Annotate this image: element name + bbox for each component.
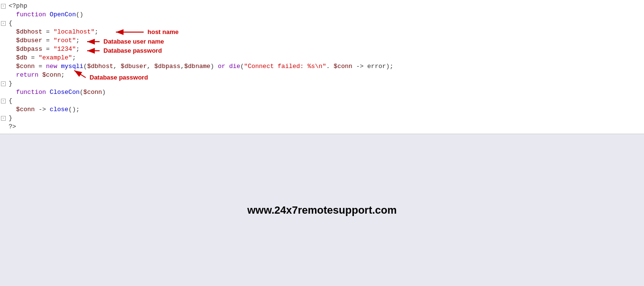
- line-gutter: -: [0, 81, 9, 86]
- code-token-plain: (: [79, 89, 83, 96]
- code-token-plain: =: [42, 28, 53, 35]
- watermark-text: www.24x7remotesupport.com: [247, 204, 396, 217]
- code-token-plain: }: [9, 114, 12, 122]
- code-token-plain: {: [9, 97, 12, 104]
- code-token-var: $conn: [42, 71, 61, 79]
- code-token-var: $conn: [83, 89, 102, 96]
- code-line: $dbuser = "root";: [0, 36, 644, 45]
- code-token-php-tag: ?>: [9, 123, 16, 130]
- code-token-var: $dbpass: [16, 46, 43, 53]
- code-token-kw: function: [16, 89, 46, 96]
- code-token-plain: {: [9, 20, 12, 27]
- code-line: -}: [0, 80, 644, 88]
- code-line: $db = "example";: [0, 54, 644, 62]
- code-token-kw-or: or: [218, 63, 226, 70]
- code-token-var: $db: [16, 54, 27, 61]
- code-token-var: $dbuser: [16, 37, 43, 44]
- code-line: $conn = new mysqli($dbhost, $dbuser, $db…: [0, 62, 644, 71]
- line-content: $db = "example";: [9, 54, 644, 62]
- line-content: }: [9, 80, 644, 88]
- code-token-str-dq: "example": [38, 54, 72, 61]
- code-token-var: $dbhost: [16, 28, 43, 35]
- line-content: $dbhost = "localhost";: [9, 28, 644, 36]
- code-token-plain: ): [210, 63, 218, 70]
- code-line: function CloseCon($conn): [0, 88, 644, 97]
- code-token-plain: (: [83, 63, 87, 70]
- code-token-plain: ();: [68, 106, 79, 113]
- code-token-kw-new: new: [46, 63, 57, 70]
- code-line: $conn -> close();: [0, 105, 644, 114]
- code-token-fn-name: CloseCon: [50, 89, 79, 96]
- code-token-plain: ;: [76, 37, 79, 44]
- collapse-button[interactable]: -: [1, 4, 6, 9]
- code-token-plain: ): [102, 89, 106, 96]
- code-token-var: $conn: [16, 106, 35, 113]
- line-content: ?>: [9, 123, 644, 131]
- code-token-plain: ;: [61, 71, 65, 79]
- line-content: {: [9, 97, 644, 105]
- code-token-str-dq: "Connect failed: %s\n": [244, 63, 327, 70]
- code-token-php-tag: <?php: [9, 2, 27, 10]
- code-token-fn-name: mysqli: [61, 63, 83, 70]
- code-token-plain: =: [35, 63, 46, 70]
- code-line: function OpenCon(): [0, 11, 644, 19]
- line-content: $conn = new mysqli($dbhost, $dbuser, $db…: [9, 62, 644, 71]
- code-token-str-dq: "localhost": [54, 28, 95, 35]
- code-token-fn-name: close: [50, 106, 68, 113]
- code-token-plain: [46, 11, 50, 18]
- collapse-button[interactable]: -: [1, 81, 6, 86]
- code-token-plain: =: [27, 54, 38, 61]
- code-token-var: $dbhost: [87, 63, 113, 70]
- code-line: ?>: [0, 123, 644, 131]
- code-line: $dbpass = "1234";: [0, 45, 644, 54]
- code-line: -<?php: [0, 2, 644, 11]
- line-content: $dbuser = "root";: [9, 36, 644, 45]
- code-token-var: $dbuser: [121, 63, 147, 70]
- collapse-button[interactable]: -: [1, 99, 6, 103]
- code-token-plain: ->: [35, 106, 50, 113]
- line-content: }: [9, 114, 644, 123]
- line-content: return $conn;: [9, 71, 644, 80]
- code-token-var: $conn: [16, 63, 35, 70]
- code-token-plain: ,: [147, 63, 155, 70]
- code-token-plain: }: [9, 80, 12, 87]
- code-line: return $conn;: [0, 71, 644, 80]
- code-token-plain: .: [326, 63, 334, 70]
- code-line: -{: [0, 19, 644, 28]
- line-content: function OpenCon(): [9, 11, 644, 19]
- code-token-plain: =: [42, 46, 53, 53]
- code-token-str-dq: "root": [54, 37, 76, 44]
- collapse-button[interactable]: -: [1, 116, 6, 121]
- code-token-kw-die: die: [229, 63, 240, 70]
- code-token-fn-name: OpenCon: [50, 11, 76, 18]
- collapse-button[interactable]: -: [1, 21, 6, 26]
- code-token-plain: =: [42, 37, 53, 44]
- code-line: -{: [0, 97, 644, 105]
- code-token-plain: ,: [181, 63, 184, 70]
- code-token-plain: (: [240, 63, 244, 70]
- code-token-plain: ,: [113, 63, 121, 70]
- code-editor: -<?php function OpenCon()-{ $dbhost = "l…: [0, 0, 644, 134]
- code-token-str-dq: "1234": [54, 46, 76, 53]
- line-content: $dbpass = "1234";: [9, 45, 644, 54]
- line-content: {: [9, 19, 644, 28]
- code-token-kw: function: [16, 11, 46, 18]
- line-gutter: -: [0, 99, 9, 103]
- code-token-plain: ;: [94, 28, 98, 35]
- code-token-kw-return: return: [16, 71, 39, 79]
- code-token-var: $dbpass: [154, 63, 181, 70]
- line-gutter: -: [0, 4, 9, 9]
- line-gutter: -: [0, 116, 9, 121]
- code-token-var: $dbname: [184, 63, 211, 70]
- line-content: <?php: [9, 2, 644, 11]
- code-line: $dbhost = "localhost";: [0, 28, 644, 36]
- code-token-plain: ;: [72, 54, 76, 61]
- code-line: -}: [0, 114, 644, 123]
- code-token-var: $conn: [334, 63, 352, 70]
- line-gutter: -: [0, 21, 9, 26]
- line-content: $conn -> close();: [9, 105, 644, 114]
- code-token-plain: ;: [76, 46, 79, 53]
- watermark-area: www.24x7remotesupport.com: [0, 134, 644, 286]
- code-token-plain: -> error);: [352, 63, 394, 70]
- code-token-plain: (): [76, 11, 83, 18]
